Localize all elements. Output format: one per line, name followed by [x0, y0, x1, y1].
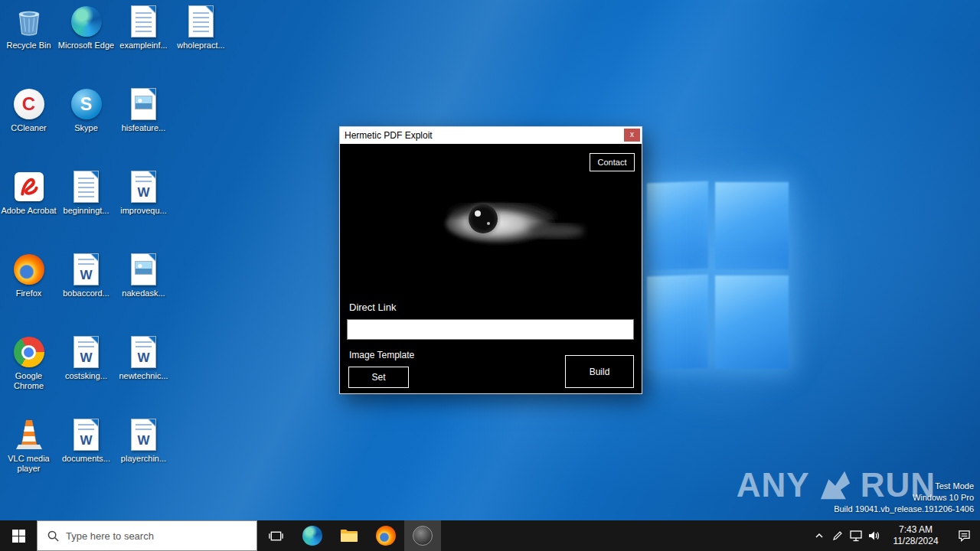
chevron-up-icon: [815, 531, 824, 540]
desktop-icon-label: costsking...: [65, 371, 107, 381]
direct-link-input[interactable]: [347, 319, 634, 340]
desktop-icon-improvequ[interactable]: Wimprovequ...: [115, 170, 172, 216]
sandbox-info: Test Mode Windows 10 Pro Build 19041.vb_…: [834, 481, 974, 515]
close-button[interactable]: x: [624, 129, 640, 142]
taskbar-edge-button[interactable]: [294, 520, 331, 551]
desktop-icon-exampleinf[interactable]: exampleinf...: [115, 5, 172, 51]
windows-logo-pane: [647, 181, 708, 271]
word-icon: W: [70, 418, 103, 452]
desktop-icon-skype[interactable]: SSkype: [57, 87, 115, 133]
word-icon: W: [127, 418, 161, 452]
desktop-icon-label: Skype: [74, 123, 98, 133]
firefox-icon: [12, 253, 46, 286]
desktop-icon-hisfeature[interactable]: hisfeature...: [115, 87, 172, 133]
taskbar: Type here to search: [0, 520, 980, 551]
desktop-icon-bobaccord[interactable]: Wbobaccord...: [57, 253, 115, 298]
search-box[interactable]: Type here to search: [37, 520, 257, 551]
desktop-icon-beginningt[interactable]: beginningt...: [57, 170, 115, 216]
word-icon: W: [127, 170, 161, 204]
desktop-icon-newtechnic[interactable]: Wnewtechnic...: [115, 335, 172, 381]
ccleaner-icon: C: [12, 87, 46, 121]
desktop-icon-ccleaner[interactable]: CCCleaner: [0, 87, 57, 133]
desktop-icon-documents[interactable]: Wdocuments...: [57, 418, 115, 464]
file-explorer-icon: [340, 528, 358, 543]
word-icon: W: [70, 335, 103, 369]
taskbar-active-app-button[interactable]: [404, 520, 441, 551]
desktop-icon-label: Google Chrome: [1, 371, 57, 391]
desktop-icon-nakedask[interactable]: nakedask...: [115, 253, 172, 298]
clock-time: 7:43 AM: [887, 524, 945, 536]
desktop-icon-label: CCleaner: [11, 123, 46, 133]
edge-icon: [302, 526, 322, 546]
search-icon: [47, 530, 59, 542]
start-button[interactable]: [0, 520, 37, 551]
desktop-icon-playerchin[interactable]: Wplayerchin...: [115, 418, 172, 464]
image-icon: [127, 253, 161, 286]
desktop-icon-label: beginningt...: [64, 206, 109, 216]
anyrun-watermark: ANY RUN Test Mode Windows 10 Pro Build 1…: [737, 468, 974, 502]
clock-date: 11/28/2024: [887, 536, 945, 547]
desktop-icon-costsking[interactable]: Wcostsking...: [57, 335, 115, 381]
windows-logo-pane: [647, 275, 708, 370]
taskbar-file-explorer-button[interactable]: [331, 520, 368, 551]
system-tray: 7:43 AM 11/28/2024: [810, 520, 980, 551]
windows-logo-wallpaper: [647, 182, 789, 369]
desktop-icon-label: documents...: [62, 454, 110, 464]
windows-logo-pane: [715, 276, 789, 369]
task-view-icon: [269, 529, 283, 543]
sandbox-mode: Test Mode: [834, 481, 974, 492]
hidden-icons-chevron[interactable]: [810, 520, 828, 551]
doc-icon: [127, 5, 161, 38]
desktop-icon-label: hisfeature...: [122, 123, 165, 133]
task-view-button[interactable]: [257, 520, 294, 551]
anyrun-brand-left: ANY: [737, 468, 810, 502]
windows-start-icon: [12, 530, 25, 543]
tray-network-button[interactable]: [847, 520, 865, 551]
chrome-icon: [12, 335, 46, 369]
desktop-icon-label: wholepract...: [177, 41, 224, 51]
taskbar-clock[interactable]: 7:43 AM 11/28/2024: [884, 524, 948, 547]
desktop-icon-adobe-acrobat[interactable]: Adobe Acrobat: [0, 170, 57, 216]
desktop-icon-firefox[interactable]: Firefox: [0, 253, 57, 298]
network-icon: [850, 530, 862, 542]
desktop-icon-microsoft-edge[interactable]: Microsoft Edge: [57, 5, 115, 51]
pen-icon: [832, 530, 843, 541]
direct-link-label: Direct Link: [349, 302, 396, 313]
taskbar-firefox-button[interactable]: [368, 520, 404, 551]
desktop-icon-google-chrome[interactable]: Google Chrome: [0, 335, 57, 391]
desktop-icon-label: bobaccord...: [63, 289, 109, 298]
sandbox-os: Windows 10 Pro: [834, 492, 974, 504]
active-app-icon: [413, 526, 433, 546]
volume-icon: [868, 530, 880, 541]
build-button[interactable]: Build: [565, 355, 634, 388]
set-button[interactable]: Set: [348, 367, 409, 388]
contact-button[interactable]: Contact: [590, 153, 635, 171]
tray-pen-button[interactable]: [828, 520, 847, 551]
skype-icon: S: [70, 87, 103, 121]
word-icon: W: [127, 335, 161, 369]
desktop-icon-label: Microsoft Edge: [58, 41, 114, 51]
window-title: Hermetic PDF Exploit: [340, 130, 433, 141]
desktop-icon-label: Firefox: [16, 289, 42, 298]
hermetic-pdf-exploit-window: Hermetic PDF Exploit x Contact: [339, 126, 642, 394]
desktop-icon-vlc[interactable]: VLC media player: [0, 418, 57, 474]
acrobat-icon: [12, 170, 46, 204]
tray-volume-button[interactable]: [865, 520, 884, 551]
firefox-icon: [376, 526, 396, 546]
edge-icon: [70, 5, 103, 38]
action-center-icon: [958, 530, 971, 542]
window-titlebar[interactable]: Hermetic PDF Exploit x: [340, 127, 642, 144]
desktop-icon-wholepract[interactable]: wholepract...: [172, 5, 230, 51]
recycle-icon: [12, 5, 46, 38]
word-icon: W: [70, 253, 103, 286]
doc-icon: [185, 5, 218, 38]
desktop-icon-label: playerchin...: [121, 454, 166, 464]
desktop-icon-recycle-bin[interactable]: Recycle Bin: [0, 5, 57, 51]
desktop-icon-label: improvequ...: [120, 206, 167, 216]
action-center-button[interactable]: [948, 520, 980, 551]
window-body: Contact: [340, 144, 642, 393]
desktop-icon-label: nakedask...: [122, 289, 165, 298]
vlc-icon: [12, 418, 46, 452]
image-icon: [127, 87, 161, 121]
desktop-wallpaper: Recycle BinMicrosoft Edgeexampleinf...wh…: [0, 0, 980, 520]
